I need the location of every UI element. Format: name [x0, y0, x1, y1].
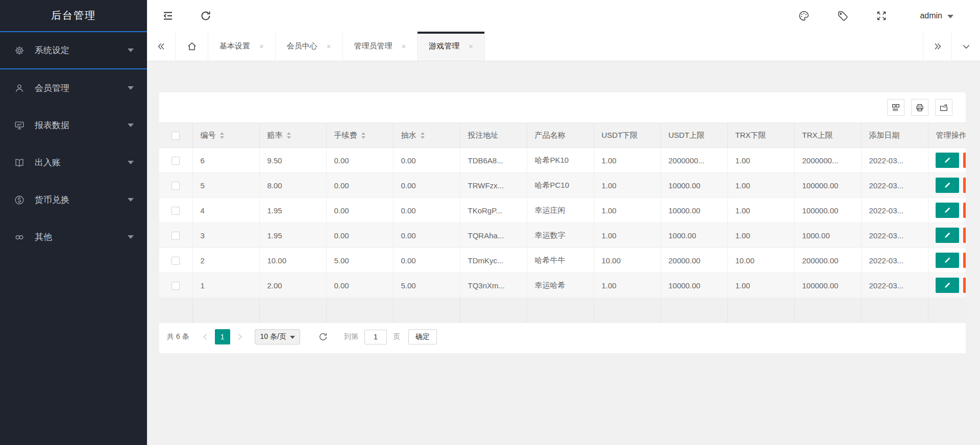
tab-label: 管理员管理: [354, 41, 393, 51]
tab-label: 基本设置: [219, 41, 250, 51]
delete-button[interactable]: [963, 203, 966, 218]
table-toolbar: [159, 92, 966, 122]
tab-admin-management[interactable]: 管理员管理 ×: [343, 32, 418, 61]
print-icon[interactable]: [911, 99, 928, 116]
collapse-menu-icon[interactable]: [161, 9, 175, 22]
sidebar-item-label: 出入账: [35, 157, 61, 168]
tab-strip: 基本设置 × 会员中心 × 管理员管理 × 游戏管理 ×: [147, 32, 980, 61]
tabs-scroll-right-button[interactable]: [923, 32, 951, 61]
total-count: 共 6 条: [167, 332, 189, 341]
sidebar-item-label: 系统设定: [35, 44, 69, 56]
row-checkbox[interactable]: [172, 182, 180, 190]
edit-button[interactable]: [936, 228, 959, 243]
header-trx-min: TRX下限: [727, 123, 794, 148]
tab-close-icon[interactable]: ×: [327, 42, 331, 51]
chevron-down-icon: [128, 86, 134, 90]
header-trx-max: TRX上限: [794, 123, 861, 148]
sidebar-item-ledger[interactable]: 出入账: [0, 144, 147, 181]
edit-button[interactable]: [936, 278, 959, 293]
book-icon: [13, 157, 26, 169]
tag-icon[interactable]: [836, 9, 849, 22]
delete-button[interactable]: [963, 278, 966, 293]
tab-close-icon[interactable]: ×: [259, 42, 264, 51]
sort-icon[interactable]: [421, 132, 425, 139]
palette-icon[interactable]: [797, 9, 811, 22]
delete-button[interactable]: [963, 178, 966, 193]
delete-button[interactable]: [963, 153, 966, 168]
user-icon: [13, 82, 26, 94]
fullscreen-icon[interactable]: [875, 9, 888, 22]
next-page-button[interactable]: [233, 329, 247, 344]
tab-member-center[interactable]: 会员中心 ×: [276, 32, 343, 61]
sort-icon[interactable]: [287, 132, 291, 139]
sidebar-item-label: 报表数据: [35, 119, 69, 131]
pagination-bar: 共 6 条 1 10 条/页 到第 页: [159, 323, 966, 351]
edit-button[interactable]: [936, 203, 959, 218]
tab-label: 游戏管理: [429, 41, 459, 51]
header-product-name: 产品名称: [527, 123, 594, 148]
chevron-down-icon: [947, 15, 953, 18]
row-checkbox[interactable]: [172, 257, 180, 265]
export-icon[interactable]: [935, 99, 952, 116]
chevron-down-icon: [128, 235, 134, 239]
table-row: 1 2.00 0.00 5.00 TQ3nXm... 幸运哈希 1.00 100…: [159, 273, 966, 298]
link-icon: [13, 231, 26, 243]
header-id[interactable]: 编号: [192, 123, 259, 148]
header-usdt-min: USDT下限: [594, 123, 660, 148]
tab-close-icon[interactable]: ×: [469, 42, 473, 51]
home-tab-button[interactable]: [176, 32, 208, 61]
table-row: 5 8.00 0.00 0.00 TRWFzx... 哈希PC10 1.00 1…: [159, 173, 966, 198]
sidebar-item-system-settings[interactable]: 系统设定: [0, 32, 147, 69]
sidebar-item-reports[interactable]: 报表数据: [0, 107, 147, 144]
tab-close-icon[interactable]: ×: [402, 42, 406, 51]
goto-page-input[interactable]: [364, 330, 387, 344]
tabs-scroll-left-button[interactable]: [147, 32, 176, 61]
sidebar-item-label: 会员管理: [35, 82, 69, 94]
page-size-value: 10 条/页: [260, 332, 286, 341]
edit-button[interactable]: [936, 178, 959, 193]
row-checkbox[interactable]: [172, 282, 180, 290]
sidebar-item-members[interactable]: 会员管理: [0, 69, 147, 107]
chevron-down-icon: [128, 161, 134, 164]
chevron-down-icon: [128, 198, 134, 202]
delete-button[interactable]: [963, 228, 966, 243]
sidebar-item-currency-exchange[interactable]: 货币兑换: [0, 181, 147, 218]
page-number-button[interactable]: 1: [215, 329, 230, 344]
header-odds[interactable]: 赔率: [259, 123, 326, 148]
chart-board-icon: [13, 119, 26, 132]
table-row: 6 9.50 0.00 0.00 TDB6A8... 哈希PK10 1.00 2…: [159, 148, 966, 173]
delete-button[interactable]: [963, 253, 966, 268]
chevron-down-icon: [128, 123, 134, 127]
table-filler-row: [159, 298, 966, 323]
table-header-row: 编号 赔率 手续费 抽水 投注地址 产品名称 USDT下限 USDT上限 TRX…: [159, 123, 966, 148]
edit-button[interactable]: [936, 253, 959, 268]
app-title: 后台管理: [0, 0, 147, 32]
tab-basic-settings[interactable]: 基本设置 ×: [208, 32, 276, 61]
prev-page-button[interactable]: [199, 329, 212, 344]
filter-columns-icon[interactable]: [887, 99, 904, 116]
row-checkbox[interactable]: [172, 157, 180, 165]
chevron-down-icon: [128, 48, 134, 52]
page-size-select[interactable]: 10 条/页: [255, 329, 300, 344]
goto-page-prefix: 到第: [344, 332, 358, 341]
row-checkbox[interactable]: [172, 232, 180, 240]
header-fee[interactable]: 手续费: [326, 123, 393, 148]
sidebar: 后台管理 系统设定 会员管理 报表数据: [0, 0, 147, 445]
pagination-refresh-icon[interactable]: [316, 330, 330, 343]
tab-game-management[interactable]: 游戏管理 ×: [418, 32, 485, 61]
refresh-icon[interactable]: [199, 9, 212, 22]
user-menu[interactable]: admin: [920, 11, 953, 20]
sort-icon[interactable]: [361, 132, 365, 139]
edit-button[interactable]: [936, 153, 959, 168]
select-all-checkbox[interactable]: [172, 132, 180, 140]
sidebar-item-other[interactable]: 其他: [0, 218, 147, 256]
page-content: 编号 赔率 手续费 抽水 投注地址 产品名称 USDT下限 USDT上限 TRX…: [147, 61, 980, 445]
row-checkbox[interactable]: [172, 207, 180, 215]
header-rake[interactable]: 抽水: [393, 123, 460, 148]
tabs-menu-button[interactable]: [951, 32, 980, 61]
confirm-button[interactable]: 确定: [408, 329, 437, 344]
table-row: 4 1.95 0.00 0.00 TKoRgP... 幸运庄闲 1.00 100…: [159, 198, 966, 223]
app-root: 后台管理 系统设定 会员管理 报表数据: [0, 0, 980, 445]
header-usdt-max: USDT上限: [660, 123, 727, 148]
sort-icon[interactable]: [220, 132, 224, 139]
